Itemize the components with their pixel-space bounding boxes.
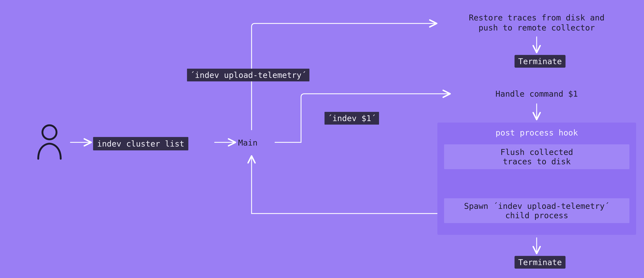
restore-node: Restore traces from disk and push to rem… (446, 12, 627, 33)
post-process-hook-box: post process hook Flush collected traces… (438, 123, 636, 235)
main-node: Main (238, 138, 258, 148)
hook-title: post process hook (438, 128, 636, 137)
terminate-bottom-node: Terminate (514, 256, 566, 269)
hook-flush-node: Flush collected traces to disk (444, 144, 630, 169)
branch-upload-telemetry-text: ´indev upload-telemetry´ (187, 69, 310, 81)
terminate-top-node: Terminate (514, 55, 566, 68)
branch-indev-dollar1-text: ´indev $1´ (324, 112, 379, 125)
handle-command-node: Handle command $1 (463, 89, 610, 99)
hook-spawn-node: Spawn ´indev upload-telemetry´ child pro… (444, 198, 630, 223)
user-command-text: indev cluster list (93, 137, 188, 150)
terminate-top-text: Terminate (514, 55, 566, 68)
terminate-bottom-text: Terminate (514, 256, 566, 269)
user-command-tag: indev cluster list (93, 137, 188, 150)
branch-upload-telemetry-label: ´indev upload-telemetry´ (187, 69, 310, 81)
svg-point-6 (42, 125, 56, 139)
diagram-canvas: { "user_command": "indev cluster list", … (0, 0, 644, 278)
user-icon (35, 124, 64, 161)
branch-indev-dollar1-label: ´indev $1´ (324, 112, 379, 125)
